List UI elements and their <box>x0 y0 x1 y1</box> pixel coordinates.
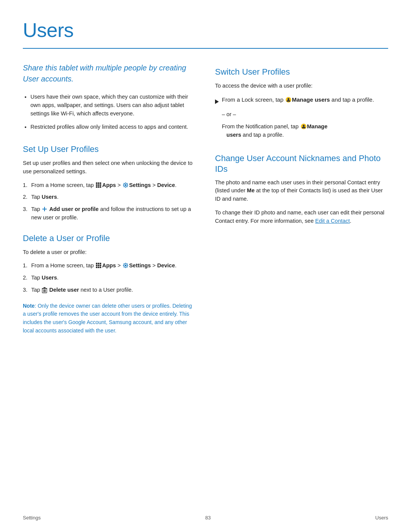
svg-rect-44 <box>42 288 47 289</box>
bullet-item-2: Restricted profiles allow only limited a… <box>30 123 196 131</box>
svg-point-49 <box>303 125 304 127</box>
from-notif: From the Notification panel, tap Manage … <box>222 123 388 139</box>
del-step-num-1: 1. <box>23 262 27 270</box>
del-step-num-3: 3. <box>23 286 27 294</box>
delete-step-1: 1. From a Home screen, tap <box>23 262 196 270</box>
svg-rect-27 <box>96 267 97 268</box>
switch-title: Switch User Profiles <box>215 66 388 78</box>
settings-icon-1 <box>123 182 129 188</box>
svg-rect-42 <box>45 289 45 292</box>
settings-label-2: Settings <box>129 262 151 268</box>
switch-bullet-text: From a Lock screen, tap Manage users and… <box>222 96 388 104</box>
users-label-2: Users <box>41 275 57 281</box>
switch-bullet: From a Lock screen, tap Manage users and… <box>215 96 388 106</box>
svg-line-17 <box>127 183 128 184</box>
del-step-num-2: 2. <box>23 274 27 282</box>
change-title: Change User Account Nicknames and Photo … <box>215 153 388 175</box>
right-column: Switch User Profiles To access the devic… <box>215 62 388 335</box>
page-title: Users <box>23 15 388 45</box>
svg-rect-29 <box>100 267 101 268</box>
device-label-1: Device <box>157 182 175 188</box>
footer-left: Settings <box>23 514 41 522</box>
title-divider <box>23 48 388 49</box>
svg-rect-43 <box>45 289 46 292</box>
settings-label-1: Settings <box>129 182 151 188</box>
manage-users-icon-2 <box>301 123 307 129</box>
left-column: Share this tablet with multiple people b… <box>23 62 196 335</box>
setup-desc: Set up user profiles and then select one… <box>23 159 196 176</box>
delete-icon <box>42 287 47 292</box>
edit-contact-link[interactable]: Edit a Contact <box>315 218 350 224</box>
svg-rect-45 <box>44 287 46 288</box>
delete-step-3: 3. Tap <box>23 286 196 294</box>
svg-line-36 <box>124 264 124 264</box>
apps-label-2: Apps <box>102 262 116 268</box>
delete-user-label: Delete user <box>49 287 79 293</box>
switch-section: Switch User Profiles To access the devic… <box>215 66 388 139</box>
svg-rect-24 <box>96 265 97 266</box>
setup-step-2: 2. Tap Users. <box>23 193 196 201</box>
svg-rect-26 <box>100 265 101 266</box>
svg-rect-1 <box>98 182 99 184</box>
svg-rect-5 <box>100 184 101 186</box>
add-icon <box>42 206 47 212</box>
manage-users-icon-1 <box>285 97 292 103</box>
apps-label: Apps <box>102 182 116 188</box>
manage-label-2: Manage users <box>222 123 328 138</box>
svg-rect-25 <box>98 265 99 266</box>
svg-rect-8 <box>100 186 101 188</box>
delete-step-2: 2. Tap Users. <box>23 274 196 282</box>
svg-rect-3 <box>96 184 97 186</box>
setup-title: Set Up User Profiles <box>23 143 196 155</box>
step-num-1: 1. <box>23 181 27 190</box>
svg-line-16 <box>127 186 128 187</box>
switch-desc: To access the device with a user profile… <box>215 82 388 90</box>
svg-line-39 <box>124 267 124 268</box>
step-num-3: 3. <box>23 205 27 214</box>
svg-line-38 <box>127 264 128 264</box>
setup-section: Set Up User Profiles Set up user profile… <box>23 143 196 222</box>
triangle-bullet-icon <box>215 97 222 106</box>
setup-steps: 1. From a Home screen, tap <box>23 181 196 222</box>
apps-icon <box>96 182 102 188</box>
bullet-item-1: Users have their own space, which they c… <box>30 93 196 118</box>
delete-steps: 1. From a Home screen, tap <box>23 262 196 294</box>
svg-line-15 <box>124 183 124 184</box>
page-container: Users Share this tablet with multiple pe… <box>0 0 411 532</box>
svg-rect-6 <box>96 186 97 188</box>
delete-title: Delete a User or Profile <box>23 232 196 244</box>
svg-line-37 <box>127 267 128 268</box>
note-block: Note: Only the device owner can delete o… <box>23 302 196 335</box>
note-label: Note <box>23 303 35 309</box>
settings-icon-2 <box>123 262 129 268</box>
svg-rect-7 <box>98 186 99 188</box>
svg-rect-23 <box>100 263 101 264</box>
delete-section: Delete a User or Profile To delete a use… <box>23 232 196 335</box>
note-text: : Only the device owner can delete other… <box>23 303 192 334</box>
me-label: Me <box>247 187 255 193</box>
svg-rect-20 <box>42 209 47 209</box>
two-column-layout: Share this tablet with multiple people b… <box>23 62 388 335</box>
delete-desc: To delete a user or profile: <box>23 248 196 257</box>
intro-text: Share this tablet with multiple people b… <box>23 62 196 85</box>
svg-point-47 <box>287 98 289 100</box>
change-desc1: The photo and name each user uses in the… <box>215 179 388 203</box>
svg-point-10 <box>125 184 127 186</box>
apps-icon-2 <box>96 262 102 268</box>
svg-rect-0 <box>96 182 97 184</box>
footer: Settings 83 Users <box>23 514 388 522</box>
svg-rect-28 <box>98 267 99 268</box>
manage-users-bold-1: Manage users <box>292 96 330 103</box>
svg-rect-21 <box>96 263 97 264</box>
change-section: Change User Account Nicknames and Photo … <box>215 153 388 225</box>
step-num-2: 2. <box>23 193 27 201</box>
svg-point-31 <box>125 265 127 267</box>
svg-rect-2 <box>100 182 101 184</box>
footer-center: 83 <box>41 514 375 522</box>
add-user-label: Add user or profile <box>49 206 99 212</box>
or-line: – or – <box>222 110 388 119</box>
setup-step-1: 1. From a Home screen, tap <box>23 181 196 190</box>
svg-line-18 <box>124 186 124 187</box>
users-label-1: Users <box>41 194 57 200</box>
change-desc2: To change their ID photo and name, each … <box>215 209 388 225</box>
